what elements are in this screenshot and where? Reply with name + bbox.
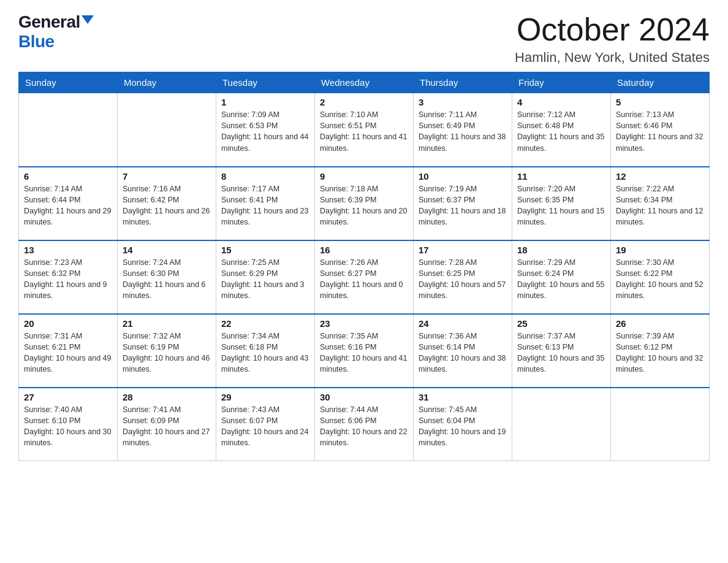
cell-sun-info: Sunrise: 7:25 AMSunset: 6:29 PMDaylight:… [221,257,309,302]
cell-sun-info: Sunrise: 7:29 AMSunset: 6:24 PMDaylight:… [517,257,605,302]
calendar-week-row: 27Sunrise: 7:40 AMSunset: 6:10 PMDayligh… [19,388,710,461]
cell-day-number: 27 [24,392,112,402]
cell-sun-info: Sunrise: 7:18 AMSunset: 6:39 PMDaylight:… [320,183,408,228]
cell-sun-info: Sunrise: 7:30 AMSunset: 6:22 PMDaylight:… [616,257,704,302]
header-tuesday: Tuesday [216,72,315,93]
calendar-cell: 20Sunrise: 7:31 AMSunset: 6:21 PMDayligh… [19,314,118,388]
cell-sun-info: Sunrise: 7:10 AMSunset: 6:51 PMDaylight:… [320,109,408,154]
cell-day-number: 17 [419,245,507,255]
cell-day-number: 26 [616,318,704,329]
calendar-cell: 30Sunrise: 7:44 AMSunset: 6:06 PMDayligh… [315,388,414,461]
cell-sun-info: Sunrise: 7:14 AMSunset: 6:44 PMDaylight:… [24,183,112,228]
cell-sun-info: Sunrise: 7:13 AMSunset: 6:46 PMDaylight:… [616,109,704,154]
cell-sun-info: Sunrise: 7:40 AMSunset: 6:10 PMDaylight:… [24,404,112,449]
cell-day-number: 5 [616,97,704,107]
calendar-cell: 31Sunrise: 7:45 AMSunset: 6:04 PMDayligh… [414,388,512,461]
cell-sun-info: Sunrise: 7:24 AMSunset: 6:30 PMDaylight:… [123,257,211,302]
header-friday: Friday [512,72,611,93]
calendar-cell: 27Sunrise: 7:40 AMSunset: 6:10 PMDayligh… [19,388,118,461]
logo-blue-text: Blue [18,32,55,51]
cell-sun-info: Sunrise: 7:39 AMSunset: 6:12 PMDaylight:… [616,331,704,375]
header-monday: Monday [118,72,216,93]
calendar-cell: 18Sunrise: 7:29 AMSunset: 6:24 PMDayligh… [512,240,611,314]
cell-sun-info: Sunrise: 7:36 AMSunset: 6:14 PMDaylight:… [419,331,507,375]
calendar-cell: 2Sunrise: 7:10 AMSunset: 6:51 PMDaylight… [315,93,414,167]
cell-sun-info: Sunrise: 7:44 AMSunset: 6:06 PMDaylight:… [320,404,408,449]
cell-sun-info: Sunrise: 7:16 AMSunset: 6:42 PMDaylight:… [123,183,211,228]
cell-sun-info: Sunrise: 7:31 AMSunset: 6:21 PMDaylight:… [24,331,112,375]
cell-day-number: 28 [123,392,211,402]
cell-day-number: 7 [123,171,211,182]
cell-sun-info: Sunrise: 7:34 AMSunset: 6:18 PMDaylight:… [221,331,309,375]
calendar-cell: 7Sunrise: 7:16 AMSunset: 6:42 PMDaylight… [118,167,216,240]
cell-day-number: 14 [123,245,211,255]
cell-day-number: 24 [419,318,507,329]
calendar-cell [512,388,611,461]
calendar-week-row: 6Sunrise: 7:14 AMSunset: 6:44 PMDaylight… [19,167,710,240]
cell-sun-info: Sunrise: 7:09 AMSunset: 6:53 PMDaylight:… [221,109,309,154]
calendar-cell: 14Sunrise: 7:24 AMSunset: 6:30 PMDayligh… [118,240,216,314]
cell-day-number: 30 [320,392,408,402]
calendar-cell: 12Sunrise: 7:22 AMSunset: 6:34 PMDayligh… [611,167,710,240]
cell-day-number: 31 [419,392,507,402]
calendar-cell: 11Sunrise: 7:20 AMSunset: 6:35 PMDayligh… [512,167,611,240]
calendar-cell [611,388,710,461]
calendar-cell: 15Sunrise: 7:25 AMSunset: 6:29 PMDayligh… [216,240,315,314]
calendar-cell: 28Sunrise: 7:41 AMSunset: 6:09 PMDayligh… [118,388,216,461]
calendar-cell: 21Sunrise: 7:32 AMSunset: 6:19 PMDayligh… [118,314,216,388]
cell-sun-info: Sunrise: 7:32 AMSunset: 6:19 PMDaylight:… [123,331,211,375]
cell-day-number: 16 [320,245,408,255]
calendar-cell: 8Sunrise: 7:17 AMSunset: 6:41 PMDaylight… [216,167,315,240]
calendar-cell: 26Sunrise: 7:39 AMSunset: 6:12 PMDayligh… [611,314,710,388]
calendar-cell: 25Sunrise: 7:37 AMSunset: 6:13 PMDayligh… [512,314,611,388]
cell-day-number: 18 [517,245,605,255]
title-section: October 2024 Hamlin, New York, United St… [515,12,710,66]
logo: General Blue [18,12,94,52]
cell-sun-info: Sunrise: 7:43 AMSunset: 6:07 PMDaylight:… [221,404,309,449]
cell-day-number: 29 [221,392,309,402]
cell-day-number: 10 [419,171,507,182]
calendar-week-row: 20Sunrise: 7:31 AMSunset: 6:21 PMDayligh… [19,314,710,388]
calendar-week-row: 13Sunrise: 7:23 AMSunset: 6:32 PMDayligh… [19,240,710,314]
calendar-cell: 17Sunrise: 7:28 AMSunset: 6:25 PMDayligh… [414,240,512,314]
calendar-cell: 4Sunrise: 7:12 AMSunset: 6:48 PMDaylight… [512,93,611,167]
cell-sun-info: Sunrise: 7:26 AMSunset: 6:27 PMDaylight:… [320,257,408,302]
weekday-header-row: Sunday Monday Tuesday Wednesday Thursday… [19,72,710,93]
cell-day-number: 3 [419,97,507,107]
cell-day-number: 2 [320,97,408,107]
calendar-cell: 29Sunrise: 7:43 AMSunset: 6:07 PMDayligh… [216,388,315,461]
calendar-cell: 3Sunrise: 7:11 AMSunset: 6:49 PMDaylight… [414,93,512,167]
calendar-cell: 22Sunrise: 7:34 AMSunset: 6:18 PMDayligh… [216,314,315,388]
logo-general-text: General [18,12,80,32]
cell-day-number: 22 [221,318,309,329]
cell-sun-info: Sunrise: 7:45 AMSunset: 6:04 PMDaylight:… [419,404,507,449]
cell-sun-info: Sunrise: 7:11 AMSunset: 6:49 PMDaylight:… [419,109,507,154]
cell-day-number: 6 [24,171,112,182]
cell-day-number: 12 [616,171,704,182]
cell-day-number: 8 [221,171,309,182]
calendar-cell [118,93,216,167]
cell-sun-info: Sunrise: 7:35 AMSunset: 6:16 PMDaylight:… [320,331,408,375]
cell-day-number: 21 [123,318,211,329]
cell-sun-info: Sunrise: 7:17 AMSunset: 6:41 PMDaylight:… [221,183,309,228]
cell-day-number: 20 [24,318,112,329]
calendar-table: Sunday Monday Tuesday Wednesday Thursday… [18,72,710,461]
calendar-cell: 24Sunrise: 7:36 AMSunset: 6:14 PMDayligh… [414,314,512,388]
cell-sun-info: Sunrise: 7:12 AMSunset: 6:48 PMDaylight:… [517,109,605,154]
header-thursday: Thursday [414,72,512,93]
cell-sun-info: Sunrise: 7:20 AMSunset: 6:35 PMDaylight:… [517,183,605,228]
cell-sun-info: Sunrise: 7:22 AMSunset: 6:34 PMDaylight:… [616,183,704,228]
cell-sun-info: Sunrise: 7:28 AMSunset: 6:25 PMDaylight:… [419,257,507,302]
cell-day-number: 4 [517,97,605,107]
calendar-cell: 13Sunrise: 7:23 AMSunset: 6:32 PMDayligh… [19,240,118,314]
cell-day-number: 19 [616,245,704,255]
calendar-cell [19,93,118,167]
page-header: General Blue October 2024 Hamlin, New Yo… [18,12,710,66]
calendar-cell: 19Sunrise: 7:30 AMSunset: 6:22 PMDayligh… [611,240,710,314]
calendar-cell: 6Sunrise: 7:14 AMSunset: 6:44 PMDaylight… [19,167,118,240]
calendar-week-row: 1Sunrise: 7:09 AMSunset: 6:53 PMDaylight… [19,93,710,167]
cell-sun-info: Sunrise: 7:19 AMSunset: 6:37 PMDaylight:… [419,183,507,228]
calendar-cell: 10Sunrise: 7:19 AMSunset: 6:37 PMDayligh… [414,167,512,240]
calendar-cell: 9Sunrise: 7:18 AMSunset: 6:39 PMDaylight… [315,167,414,240]
cell-sun-info: Sunrise: 7:37 AMSunset: 6:13 PMDaylight:… [517,331,605,375]
